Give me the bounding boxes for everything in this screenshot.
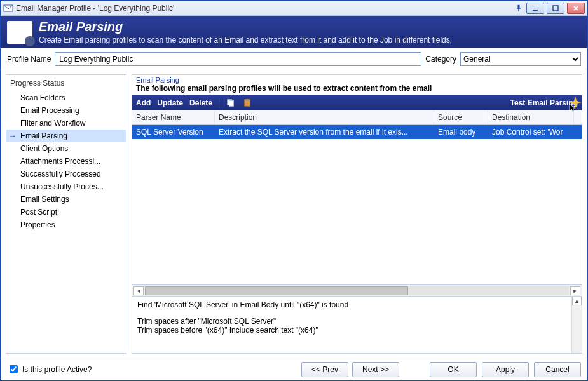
sidebar-item-label: Attachments Processi... [20, 157, 100, 166]
category-label: Category [425, 55, 456, 64]
window-title: Email Manager Profile - 'Log Everything … [16, 4, 514, 13]
section-legend: Email Parsing [132, 75, 582, 84]
scroll-left-button[interactable]: ◄ [133, 286, 144, 295]
col-description[interactable]: Description [215, 110, 434, 124]
grid-body[interactable]: SQL Server VersionExtract the SQL Server… [132, 125, 582, 284]
sidebar-item-label: Filter and Workflow [20, 119, 85, 128]
svg-rect-2 [553, 6, 558, 11]
sidebar-item-unsuccessfully-proces-[interactable]: Unsuccessfully Proces... [6, 180, 126, 193]
sidebar-item-label: Successfully Processed [20, 170, 101, 178]
sidebar-item-label: Email Parsing [20, 131, 67, 140]
col-destination[interactable]: Destination [488, 110, 574, 124]
sidebar-item-email-processing[interactable]: Email Processing [6, 104, 126, 117]
sidebar-item-email-settings[interactable]: Email Settings [6, 193, 126, 206]
apply-button[interactable]: Apply [482, 362, 529, 377]
progress-sidebar: Progress Status Scan FoldersEmail Proces… [6, 74, 126, 354]
svg-rect-4 [229, 101, 233, 107]
scroll-up-button[interactable]: ▲ [572, 297, 582, 305]
add-button[interactable]: Add [136, 98, 151, 107]
test-label: Test Email Parsing [510, 98, 578, 107]
next-button[interactable]: Next >> [352, 362, 399, 377]
banner-icon [7, 21, 32, 44]
arrow-icon: → [9, 131, 17, 140]
grid-header: Parser Name Description Source Destinati… [132, 110, 582, 125]
sidebar-item-label: Email Settings [20, 195, 69, 204]
sidebar-item-filter-and-workflow[interactable]: Filter and Workflow [6, 117, 126, 130]
sidebar-item-properties[interactable]: Properties [6, 218, 126, 231]
sidebar-item-scan-folders[interactable]: Scan Folders [6, 91, 126, 104]
copy-icon[interactable] [226, 98, 236, 107]
sidebar-item-label: Post Script [20, 208, 57, 217]
ok-button[interactable]: OK [430, 362, 477, 377]
delete-button[interactable]: Delete [189, 98, 212, 107]
sidebar-item-label: Scan Folders [20, 93, 65, 102]
cell-name: SQL Server Version [132, 125, 215, 139]
footer: Is this profile Active? << Prev Next >> … [1, 358, 587, 380]
pin-icon[interactable] [514, 3, 524, 13]
table-row[interactable]: SQL Server VersionExtract the SQL Server… [132, 125, 582, 139]
maximize-button[interactable] [547, 3, 564, 14]
cell-dest: Job Control set: 'Wor [488, 125, 574, 139]
sidebar-item-client-options[interactable]: Client Options [6, 142, 126, 155]
horizontal-scrollbar[interactable]: ◄ ► [132, 284, 582, 296]
cell-src: Email body [434, 125, 488, 139]
profile-name-input[interactable] [55, 52, 421, 66]
sidebar-item-successfully-processed[interactable]: Successfully Processed [6, 168, 126, 180]
scroll-right-button[interactable]: ► [570, 286, 580, 295]
toolbar-separator [219, 98, 219, 108]
col-source[interactable]: Source [434, 110, 488, 124]
sidebar-item-label: Unsuccessfully Proces... [20, 182, 104, 191]
scroll-thumb[interactable] [145, 286, 408, 295]
sidebar-item-label: Client Options [20, 144, 68, 153]
sidebar-item-label: Properties [20, 220, 55, 229]
main-panel: Email Parsing The following email parsin… [132, 74, 582, 354]
paste-icon[interactable] [242, 98, 252, 107]
active-label: Is this profile Active? [22, 365, 92, 374]
banner: Email Parsing Create Email parsing profi… [1, 16, 587, 48]
sidebar-item-attachments-processi-[interactable]: Attachments Processi... [6, 155, 126, 168]
detail-line1: Find 'Microsoft SQL Server' in Email Bod… [137, 300, 577, 309]
detail-vertical-scrollbar[interactable]: ▲ [571, 297, 582, 353]
profile-name-label: Profile Name [7, 55, 51, 64]
test-email-parsing-button[interactable]: Test Email Parsing [510, 98, 578, 107]
banner-description: Create Email parsing profiles to scan th… [39, 36, 452, 44]
detail-line2: Trim spaces after "Microsoft SQL Server" [137, 317, 577, 326]
sidebar-item-label: Email Processing [20, 106, 79, 115]
cell-desc: Extract the SQL Server version from the … [215, 125, 434, 139]
cancel-button[interactable]: Cancel [534, 362, 581, 377]
update-button[interactable]: Update [157, 98, 183, 107]
col-parser-name[interactable]: Parser Name [132, 110, 215, 124]
sidebar-item-post-script[interactable]: Post Script [6, 206, 126, 218]
banner-heading: Email Parsing [39, 20, 452, 34]
scroll-track[interactable] [145, 286, 569, 295]
active-checkbox-wrapper[interactable]: Is this profile Active? [7, 363, 92, 375]
sidebar-item-email-parsing[interactable]: →Email Parsing [6, 130, 126, 142]
titlebar[interactable]: Email Manager Profile - 'Log Everything … [1, 1, 587, 16]
section-subdesc: The following email parsing profiles wil… [132, 84, 582, 95]
profile-row: Profile Name Category General [1, 48, 587, 70]
svg-rect-6 [245, 99, 249, 101]
close-button[interactable] [567, 3, 585, 14]
toolbar: Add Update Delete Test Email Parsing [132, 95, 582, 110]
detail-line3: Trim spaces before "(x64)" Include searc… [137, 326, 577, 335]
active-checkbox[interactable] [10, 365, 18, 373]
category-select[interactable]: General [460, 52, 581, 66]
svg-rect-1 [533, 10, 538, 11]
minimize-button[interactable] [526, 3, 544, 14]
detail-panel: Find 'Microsoft SQL Server' in Email Bod… [132, 296, 582, 353]
cursor-icon [569, 104, 578, 112]
parser-grid: Parser Name Description Source Destinati… [132, 110, 582, 296]
app-icon [3, 3, 13, 13]
prev-button[interactable]: << Prev [301, 362, 348, 377]
sidebar-heading: Progress Status [6, 77, 126, 91]
window-root: Email Manager Profile - 'Log Everything … [0, 0, 588, 381]
